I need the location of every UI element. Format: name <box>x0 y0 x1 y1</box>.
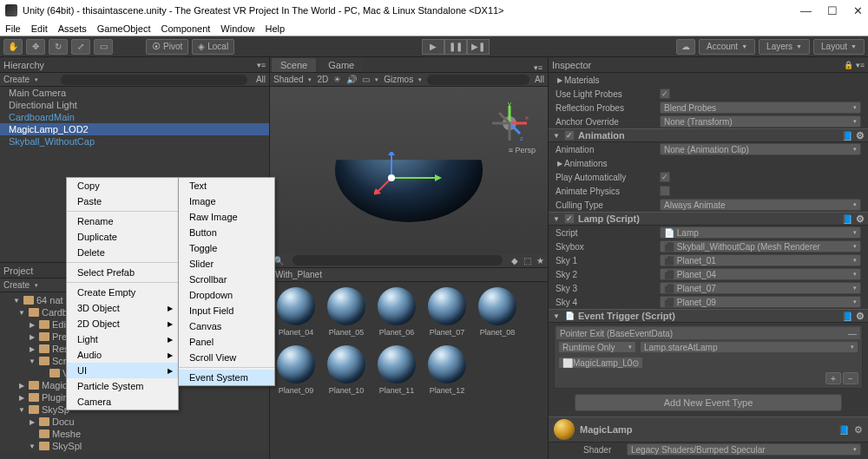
inspector-field[interactable]: None (Transform)▾ <box>660 115 861 128</box>
context-menu-item[interactable]: 3D Object▶ <box>67 300 178 316</box>
checkbox[interactable]: ✓ <box>660 172 670 182</box>
menu-help[interactable]: Help <box>265 23 285 34</box>
2d-toggle[interactable]: 2D <box>317 75 328 84</box>
play-button[interactable]: ▶ <box>422 39 444 55</box>
asset-item[interactable]: Planet_10 <box>326 345 367 395</box>
panel-menu-icon[interactable]: ▾≡ <box>257 61 266 69</box>
shader-dropdown[interactable]: Legacy Shaders/Bumped Specular▾ <box>627 443 861 456</box>
inspector-field[interactable]: Always Animate▾ <box>660 199 861 211</box>
project-tree-row[interactable]: ▼SkySpl <box>0 440 269 452</box>
hierarchy-tab[interactable]: Hierarchy <box>3 60 44 70</box>
inspector-field[interactable]: ⬛ Planet_07▾ <box>660 282 861 294</box>
context-submenu-item[interactable]: Input Field <box>179 303 274 318</box>
context-menu-item[interactable]: Duplicate <box>67 229 178 245</box>
context-submenu-item[interactable]: Event System <box>179 370 274 385</box>
hand-tool-button[interactable]: ✋ <box>3 39 23 55</box>
component-checkbox[interactable]: ✓ <box>564 130 575 141</box>
event-object-field[interactable]: ⬜MagicLamp_L0⊙ <box>558 357 643 369</box>
fold-arrow-icon[interactable]: ▼ <box>28 443 36 450</box>
fold-arrow-icon[interactable]: ▶ <box>28 345 36 353</box>
asset-item[interactable]: Planet_05 <box>326 287 367 337</box>
rect-tool-button[interactable]: ▭ <box>94 39 113 55</box>
context-submenu-item[interactable]: Dropdown <box>179 287 274 303</box>
asset-item[interactable]: Planet_08 <box>477 287 518 337</box>
help-icon[interactable]: 📘 <box>838 425 849 435</box>
lock-icon[interactable]: 🔒 ▾≡ <box>844 61 865 69</box>
step-button[interactable]: ▶❚ <box>467 39 490 55</box>
inspector-field[interactable]: ⬛ Skyball_WithoutCap (Mesh Renderer▾ <box>660 240 861 252</box>
remove-event-button[interactable]: — <box>848 329 857 338</box>
context-submenu-item[interactable]: Slider <box>179 256 274 272</box>
runtime-dropdown[interactable]: Runtime Only▾ <box>558 341 636 353</box>
context-menu-item[interactable]: UI▶ <box>67 363 178 378</box>
asset-item[interactable]: Planet_11 <box>376 345 418 395</box>
help-icon[interactable]: 📘 <box>842 131 852 141</box>
move-tool-button[interactable]: ✥ <box>26 39 45 55</box>
panel-menu-icon[interactable]: ▾≡ <box>529 63 548 72</box>
context-menu-item[interactable]: Delete <box>67 245 178 260</box>
context-submenu-item[interactable]: Scroll View <box>179 350 274 365</box>
hierarchy-item[interactable]: Skyball_WithoutCap <box>0 135 269 148</box>
checkbox[interactable]: ✓ <box>660 89 670 99</box>
audio-icon[interactable]: 🔊 <box>346 75 357 84</box>
scale-tool-button[interactable]: ⤢ <box>71 39 90 55</box>
function-dropdown[interactable]: Lamp.stareAtLamp▾ <box>640 341 858 353</box>
materials-header[interactable]: Materials <box>564 75 668 85</box>
gear-icon[interactable]: ⚙ <box>856 213 865 225</box>
minimize-button[interactable]: — <box>800 4 812 17</box>
breadcrumb[interactable]: With_Planet <box>275 270 322 279</box>
transform-gizmo[interactable] <box>374 152 444 206</box>
cloud-icon[interactable]: ☁ <box>676 39 695 55</box>
remove-listener-button[interactable]: − <box>843 372 858 384</box>
asset-search[interactable] <box>293 255 503 266</box>
light-icon[interactable]: ☀ <box>333 75 341 84</box>
account-dropdown[interactable]: Account▼ <box>699 39 755 55</box>
inspector-field[interactable]: None (Animation Clip)▾ <box>660 143 861 155</box>
scene-search[interactable] <box>427 75 529 85</box>
object-picker-icon[interactable]: ⊙ <box>632 358 639 368</box>
context-menu-item[interactable]: Rename <box>67 213 178 229</box>
layout-dropdown[interactable]: Layout▼ <box>813 39 865 55</box>
lamp-script-header[interactable]: Lamp (Script) <box>578 213 640 224</box>
layers-dropdown[interactable]: Layers▼ <box>759 39 810 55</box>
close-button[interactable]: ✕ <box>853 4 863 17</box>
maximize-button[interactable]: ☐ <box>827 4 838 17</box>
help-icon[interactable]: 📘 <box>842 311 852 321</box>
component-checkbox[interactable]: ✓ <box>564 213 575 224</box>
context-menu-item[interactable]: 2D Object▶ <box>67 316 178 331</box>
gizmos-dropdown[interactable]: Gizmos <box>384 75 413 84</box>
fold-arrow-icon[interactable]: ▶ <box>28 333 36 341</box>
menu-assets[interactable]: Assets <box>58 23 87 34</box>
hierarchy-create[interactable]: Create <box>3 75 30 84</box>
animation-header[interactable]: Animation <box>578 130 625 141</box>
checkbox[interactable] <box>660 186 670 196</box>
filter-icon[interactable]: ◆ <box>511 256 518 266</box>
star-icon[interactable]: ★ <box>536 256 544 266</box>
context-menu-item[interactable]: Particle System <box>67 378 178 394</box>
rotate-tool-button[interactable]: ↻ <box>49 39 68 55</box>
project-tree-row[interactable]: Meshe <box>0 428 269 440</box>
inspector-field[interactable]: ⬛ Planet_09▾ <box>660 296 861 308</box>
pivot-toggle[interactable]: ⦿Pivot <box>146 39 188 55</box>
inspector-tab[interactable]: Inspector <box>552 60 591 70</box>
event-trigger-header[interactable]: Event Trigger (Script) <box>578 311 675 321</box>
context-menu-item[interactable]: Copy <box>67 178 178 193</box>
context-menu-item[interactable]: Audio▶ <box>67 347 178 363</box>
pause-button[interactable]: ❚❚ <box>444 39 467 55</box>
asset-item[interactable]: Planet_12 <box>426 345 468 395</box>
project-create[interactable]: Create <box>3 280 30 290</box>
context-submenu-item[interactable]: Image <box>179 193 274 209</box>
hierarchy-item[interactable]: MagicLamp_LOD2 <box>0 123 269 135</box>
filter-all[interactable]: All <box>535 75 544 84</box>
filter-icon[interactable]: ⬚ <box>523 256 531 266</box>
gear-icon[interactable]: ⚙ <box>854 424 863 436</box>
menu-component[interactable]: Component <box>161 23 210 34</box>
project-tree-row[interactable]: ▶Docu <box>0 416 269 428</box>
fold-arrow-icon[interactable]: ▶ <box>28 418 36 426</box>
scene-viewport[interactable]: yxz ≡ Persp <box>270 87 548 254</box>
context-submenu-item[interactable]: Panel <box>179 334 274 350</box>
fold-icon[interactable]: ▼ <box>552 215 561 223</box>
asset-item[interactable]: Planet_04 <box>275 287 317 337</box>
fold-arrow-icon[interactable]: ▶ <box>17 382 26 390</box>
menu-gameobject[interactable]: GameObject <box>97 23 151 34</box>
